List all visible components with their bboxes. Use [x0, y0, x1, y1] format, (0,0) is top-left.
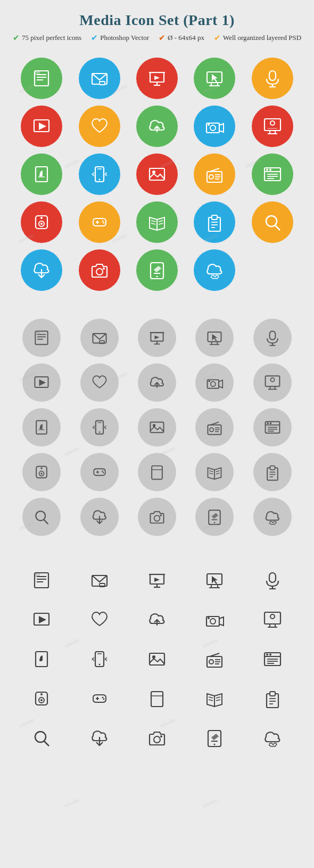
- svg-point-61: [40, 217, 43, 219]
- icon-radio: [194, 153, 235, 195]
- gray-book-svg: [148, 463, 166, 481]
- svg-line-68: [151, 223, 155, 224]
- gray-icon-monitor: [253, 363, 292, 402]
- tablet-svg: [147, 260, 167, 280]
- outline-presentation-svg: [147, 570, 167, 590]
- gray-icon-mobile: [80, 408, 119, 447]
- svg-point-119: [98, 432, 100, 433]
- gray-camera-svg: [205, 374, 224, 392]
- gray-icon-speaker: [22, 453, 61, 491]
- feature-4: ✔ Well organized layered PSD: [214, 33, 301, 43]
- svg-point-212: [209, 660, 213, 664]
- icon-cloud-settings: [194, 249, 235, 291]
- svg-point-243: [35, 732, 46, 742]
- icon-camera: [194, 106, 235, 147]
- outline-tablet-svg: [204, 728, 225, 748]
- svg-rect-239: [270, 692, 275, 696]
- svg-point-65: [103, 222, 104, 224]
- watermark-22: envato: [202, 796, 219, 808]
- icon-cloud-upload: [136, 106, 178, 147]
- outline-cursor-svg: [204, 570, 225, 590]
- gray-heart-svg: [90, 374, 109, 392]
- svg-point-27: [208, 124, 210, 126]
- svg-point-225: [40, 699, 43, 701]
- gray-icon-openbook: [195, 453, 234, 491]
- outline-video-play-svg: [31, 610, 52, 630]
- outline-icon-image: [141, 643, 173, 676]
- svg-point-146: [102, 470, 103, 472]
- gray-icon-heart: [80, 363, 119, 402]
- svg-rect-208: [150, 653, 164, 665]
- outline-photo-camera-svg: [147, 728, 167, 748]
- feature-text-3: Ø - 64x64 px: [168, 34, 204, 42]
- outline-speaker-svg: [31, 688, 52, 709]
- icon-clipboard: [194, 201, 235, 243]
- gray-cloud-settings-svg: [263, 508, 282, 526]
- outline-mobile-svg: [89, 649, 110, 669]
- gray-icon-presentation: [138, 319, 176, 357]
- monitor-svg: [262, 116, 283, 136]
- svg-rect-101: [269, 331, 275, 339]
- outline-icon-speaker: [25, 682, 58, 715]
- icon-mobile: [79, 153, 120, 195]
- svg-line-152: [210, 473, 213, 474]
- watermark-21: envato: [63, 796, 80, 808]
- cloud-settings-svg: [204, 260, 225, 280]
- outline-heart-svg: [89, 610, 110, 630]
- page-title: Media Icon Set (Part 1): [5, 12, 309, 29]
- outline-cloud-upload-svg: [147, 610, 167, 630]
- outline-icon-heart: [83, 603, 116, 636]
- gray-gamepad-svg: [90, 463, 109, 481]
- gray-cloud-download-svg: [90, 508, 109, 526]
- svg-marker-25: [219, 124, 224, 132]
- svg-line-67: [151, 221, 155, 222]
- svg-rect-172: [35, 573, 40, 577]
- gray-mail-svg: [90, 329, 109, 347]
- outline-news-svg: [31, 570, 52, 590]
- svg-marker-108: [219, 380, 222, 388]
- outline-icons-section: [0, 554, 314, 760]
- svg-point-110: [209, 380, 211, 383]
- gray-icon-browser: [253, 408, 292, 447]
- svg-point-230: [103, 699, 104, 700]
- cloud-download-svg: [31, 260, 52, 280]
- outline-icon-mobile: [83, 643, 116, 676]
- svg-rect-88: [36, 331, 40, 335]
- speaker-svg: [31, 212, 52, 232]
- features-list: ✔ 75 pixel perfect icons ✔ Photoshop Vec…: [5, 33, 309, 43]
- gray-icon-mail: [80, 319, 119, 357]
- outline-icon-gamepad: [83, 682, 116, 715]
- gray-video-play-svg: [32, 374, 51, 392]
- gray-icon-video-play: [22, 363, 61, 402]
- svg-marker-184: [212, 576, 218, 584]
- gray-browser-svg: [263, 418, 282, 436]
- svg-point-136: [269, 423, 271, 425]
- icon-photo-camera: [79, 249, 120, 291]
- icon-video-play: [21, 106, 62, 147]
- gray-news-svg: [32, 329, 51, 347]
- outline-camera-svg: [204, 610, 225, 630]
- mobile-svg: [89, 164, 110, 184]
- news-svg: [31, 68, 52, 88]
- outline-book-svg: [147, 688, 167, 709]
- outline-icon-microphone: [256, 564, 289, 597]
- outline-radio-svg: [204, 649, 225, 669]
- mail-svg: [89, 68, 110, 88]
- outline-icon-mail: [83, 564, 116, 597]
- svg-point-129: [210, 428, 213, 432]
- check-icon-2: ✔: [91, 33, 98, 43]
- outline-image-svg: [147, 649, 167, 669]
- gray-icon-search: [22, 498, 61, 536]
- book-svg: [147, 212, 167, 232]
- outline-microphone-svg: [262, 570, 283, 590]
- svg-line-151: [210, 470, 213, 472]
- gray-icon-gamepad: [80, 453, 119, 491]
- svg-point-64: [102, 221, 103, 222]
- gray-icon-tablet: [195, 498, 234, 536]
- svg-point-147: [102, 472, 104, 474]
- svg-marker-189: [39, 616, 46, 623]
- gray-image-svg: [148, 418, 166, 436]
- svg-rect-125: [150, 422, 163, 433]
- svg-point-226: [40, 693, 43, 695]
- svg-point-166: [214, 522, 216, 523]
